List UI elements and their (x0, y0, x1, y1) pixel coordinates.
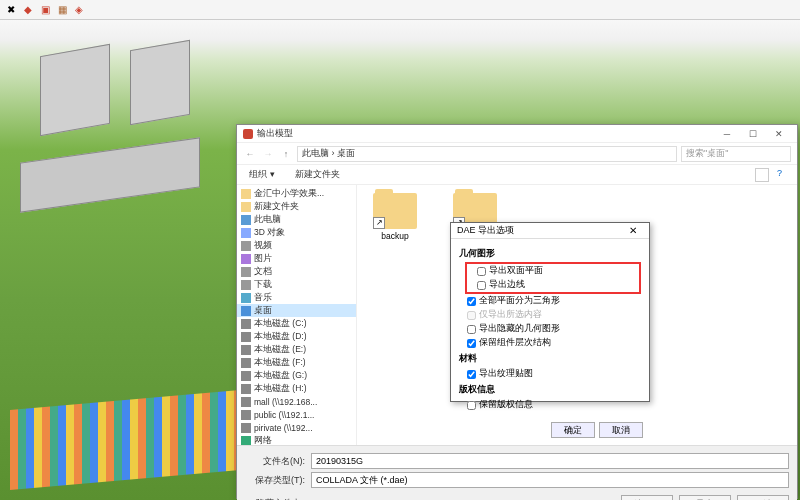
building-model (40, 44, 110, 136)
tree-item[interactable]: mall (\\192.168... (237, 395, 356, 408)
tree-item-label: 本地磁盘 (G:) (254, 370, 307, 382)
tree-item-label: 音乐 (254, 292, 272, 304)
video-icon (241, 241, 251, 251)
help-icon[interactable]: ? (777, 168, 791, 182)
tree-item[interactable]: 文档 (237, 265, 356, 278)
obj-icon (241, 228, 251, 238)
network-icon (241, 436, 251, 446)
nav-back-icon[interactable]: ← (243, 149, 257, 159)
tree-item-label: 本地磁盘 (C:) (254, 318, 307, 330)
tool-box-icon[interactable]: ▦ (55, 3, 69, 17)
building-model (10, 390, 240, 490)
checkbox-triangulate[interactable] (467, 297, 476, 306)
organize-button[interactable]: 组织 ▾ (243, 167, 281, 182)
filename-label: 文件名(N): (245, 455, 305, 468)
tree-item-label: 新建文件夹 (254, 201, 299, 213)
tool-gem-icon[interactable]: ◈ (72, 3, 86, 17)
tree-item[interactable]: 3D 对象 (237, 226, 356, 239)
folder-icon (241, 202, 251, 212)
cancel-button[interactable]: 取消 (599, 422, 643, 438)
tree-item-label: 此电脑 (254, 214, 281, 226)
nav-forward-icon[interactable]: → (261, 149, 275, 159)
dialog-titlebar: 输出模型 ─ ☐ ✕ (237, 125, 797, 143)
section-material: 材料 (459, 352, 641, 365)
computer-icon (241, 215, 251, 225)
tree-item[interactable]: 本地磁盘 (D:) (237, 330, 356, 343)
file-item[interactable]: ↗backup (365, 193, 425, 241)
drive-icon (241, 345, 251, 355)
tree-item[interactable]: 金汇中小学效果... (237, 187, 356, 200)
checkbox-two-sided[interactable] (477, 267, 486, 276)
checkbox-textures[interactable] (467, 370, 476, 379)
tree-item-label: mall (\\192.168... (254, 397, 317, 407)
close-icon[interactable]: ✕ (767, 127, 791, 141)
tree-item[interactable]: 视频 (237, 239, 356, 252)
dialog-toolbar: 组织 ▾ 新建文件夹 ? (237, 165, 797, 185)
checkbox-selection-only (467, 311, 476, 320)
drive-icon (241, 319, 251, 329)
tree-item-label: public (\\192.1... (254, 410, 314, 420)
drive-icon (241, 371, 251, 381)
cancel-button[interactable]: 取消 (737, 495, 789, 500)
tree-item-label: 下载 (254, 279, 272, 291)
tree-item-label: 本地磁盘 (H:) (254, 383, 307, 395)
drive-icon (241, 397, 251, 407)
checkbox-edges[interactable] (477, 281, 486, 290)
dae-dialog-title: DAE 导出选项 (457, 224, 623, 237)
tool-cube-icon[interactable]: ▣ (38, 3, 52, 17)
file-label: backup (381, 231, 408, 241)
image-icon (241, 254, 251, 264)
tree-item[interactable]: 图片 (237, 252, 356, 265)
dae-options-dialog: DAE 导出选项 ✕ 几何图形 导出双面平面 导出边线 全部平面分为三角形 仅导… (450, 222, 650, 402)
tree-item[interactable]: 桌面 (237, 304, 356, 317)
breadcrumb[interactable]: 此电脑 › 桌面 (297, 146, 677, 162)
drive-icon (241, 423, 251, 433)
nav-up-icon[interactable]: ↑ (279, 149, 293, 159)
section-geometry: 几何图形 (459, 247, 641, 260)
drive-icon (241, 332, 251, 342)
checkbox-credits[interactable] (467, 401, 476, 410)
tree-item-label: 视频 (254, 240, 272, 252)
ok-button[interactable]: 确定 (551, 422, 595, 438)
tree-item[interactable]: 本地磁盘 (F:) (237, 356, 356, 369)
tree-item[interactable]: 本地磁盘 (C:) (237, 317, 356, 330)
search-input[interactable]: 搜索"桌面" (681, 146, 791, 162)
dialog-title: 输出模型 (257, 127, 715, 140)
hide-folders-toggle[interactable]: ▲ 隐藏文件夹 (245, 495, 615, 500)
tree-item[interactable]: 下载 (237, 278, 356, 291)
filename-input[interactable]: 20190315G (311, 453, 789, 469)
drive-icon (241, 410, 251, 420)
tree-item[interactable]: 本地磁盘 (E:) (237, 343, 356, 356)
tool-ruby-icon[interactable]: ◆ (21, 3, 35, 17)
tree-item-label: pirivate (\\192... (254, 423, 313, 433)
export-button[interactable]: 导出 (679, 495, 731, 500)
minimize-icon[interactable]: ─ (715, 127, 739, 141)
filetype-label: 保存类型(T): (245, 474, 305, 487)
checkbox-hidden-geom[interactable] (467, 325, 476, 334)
close-icon[interactable]: ✕ (623, 225, 643, 236)
tree-item[interactable]: 本地磁盘 (G:) (237, 369, 356, 382)
tree-item-label: 金汇中小学效果... (254, 188, 324, 200)
doc-icon (241, 267, 251, 277)
highlighted-region: 导出双面平面 导出边线 (465, 262, 641, 294)
tree-item[interactable]: pirivate (\\192... (237, 421, 356, 434)
filetype-select[interactable]: COLLADA 文件 (*.dae) (311, 472, 789, 488)
tool-wrench-icon[interactable]: ✖ (4, 3, 18, 17)
tree-item-label: 本地磁盘 (D:) (254, 331, 307, 343)
checkbox-hierarchy[interactable] (467, 339, 476, 348)
tree-item[interactable]: 新建文件夹 (237, 200, 356, 213)
view-mode-icon[interactable] (755, 168, 769, 182)
drive-icon (241, 384, 251, 394)
music-icon (241, 293, 251, 303)
maximize-icon[interactable]: ☐ (741, 127, 765, 141)
tree-item[interactable]: 本地磁盘 (H:) (237, 382, 356, 395)
new-folder-button[interactable]: 新建文件夹 (289, 167, 346, 182)
folder-tree[interactable]: 金汇中小学效果...新建文件夹此电脑3D 对象视频图片文档下载音乐桌面本地磁盘 … (237, 185, 357, 445)
tree-item[interactable]: 网络 (237, 434, 356, 445)
tree-item[interactable]: 音乐 (237, 291, 356, 304)
options-button[interactable]: 选项… (621, 495, 673, 500)
tree-item-label: 图片 (254, 253, 272, 265)
tree-item[interactable]: public (\\192.1... (237, 408, 356, 421)
tree-item[interactable]: 此电脑 (237, 213, 356, 226)
section-credits: 版权信息 (459, 383, 641, 396)
